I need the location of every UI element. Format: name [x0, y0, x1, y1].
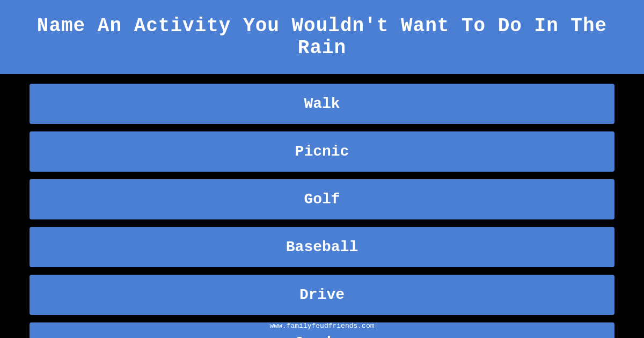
page-title: Name An Activity You Wouldn't Want To Do… — [11, 15, 633, 59]
answer-label-2: Picnic — [295, 143, 349, 160]
answer-label-4: Baseball — [286, 239, 358, 255]
answers-container: WalkPicnicGolfBaseballDriveGarden — [0, 74, 644, 338]
footer: www.familyfeudfriends.com — [0, 317, 644, 335]
answer-button-2[interactable]: Picnic — [30, 131, 614, 172]
header: Name An Activity You Wouldn't Want To Do… — [0, 0, 644, 74]
answer-label-6: Garden — [295, 334, 349, 338]
answer-button-1[interactable]: Walk — [30, 84, 614, 124]
footer-url: www.familyfeudfriends.com — [269, 322, 374, 330]
answer-button-3[interactable]: Golf — [30, 179, 614, 219]
answer-label-5: Drive — [299, 286, 345, 303]
answer-button-4[interactable]: Baseball — [30, 227, 614, 267]
answer-label-3: Golf — [304, 191, 340, 208]
answer-label-1: Walk — [304, 95, 340, 112]
answer-button-5[interactable]: Drive — [30, 275, 614, 315]
